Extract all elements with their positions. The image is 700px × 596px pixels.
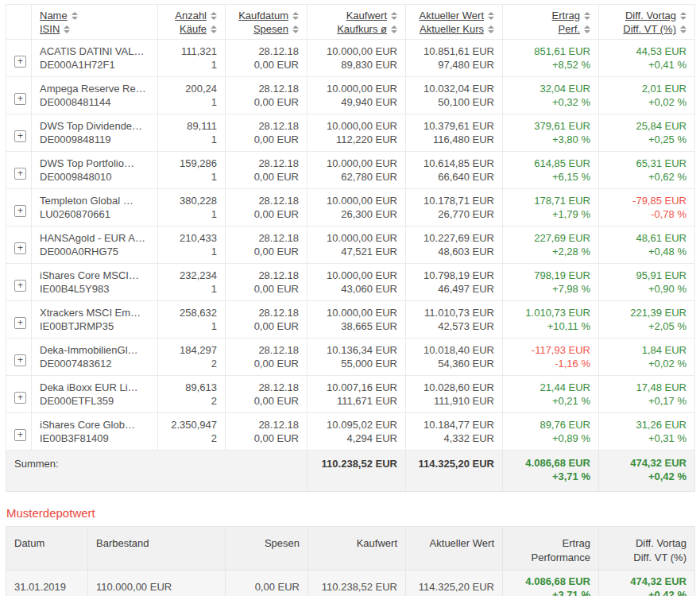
anzahl-value: 232,234 bbox=[166, 269, 217, 282]
sort-diff-vt-pct[interactable]: Diff. VT (%) bbox=[623, 22, 676, 36]
expand-row-button[interactable]: + bbox=[14, 93, 26, 105]
sort-arrows-icon[interactable] bbox=[584, 25, 590, 33]
name-cell: ACATIS DATINI VAL… DE000A1H72F1 bbox=[32, 40, 158, 77]
expand-row-button[interactable]: + bbox=[14, 354, 26, 366]
name-cell: DWS Top Dividende… DE0009848119 bbox=[32, 114, 158, 152]
aktueller-wert-value: 10.018,40 EUR bbox=[414, 343, 494, 357]
sort-arrows-icon[interactable] bbox=[488, 12, 494, 20]
diff-vortag-cell: 31,26 EUR +0,31 % bbox=[599, 413, 695, 451]
fund-name: ACATIS DATINI VAL… bbox=[40, 45, 149, 58]
sort-perf[interactable]: Perf. bbox=[559, 22, 580, 36]
ertrag-cell: 227,69 EUR +2,28 % bbox=[503, 226, 599, 264]
plus-icon: + bbox=[17, 205, 23, 216]
aktueller-kurs-value: 46,497 EUR bbox=[414, 282, 494, 296]
kaufdatum-cell: 28.12.18 0,00 EUR bbox=[226, 413, 307, 451]
expand-row-button[interactable]: + bbox=[14, 392, 26, 404]
expand-cell: + bbox=[6, 77, 32, 114]
sort-kaufwert[interactable]: Kaufwert bbox=[346, 9, 387, 22]
anzahl-value: 2.350,947 bbox=[166, 418, 217, 432]
sort-arrows-icon[interactable] bbox=[292, 25, 299, 33]
diff-vortag-cell: 95,91 EUR +0,90 % bbox=[599, 264, 695, 301]
totals-aktueller-wert: 114.325,20 EUR bbox=[406, 451, 503, 492]
sort-ertrag[interactable]: Ertrag bbox=[552, 9, 580, 22]
table-row: + DWS Top Portfolio… DE0009848010 159,28… bbox=[6, 152, 695, 189]
kaufdatum-value: 28.12.18 bbox=[234, 231, 299, 245]
sort-isin[interactable]: ISIN bbox=[40, 22, 60, 36]
expand-row-button[interactable]: + bbox=[14, 130, 26, 142]
table-row: + HANSAgold - EUR A… DE000A0RHG75 210,43… bbox=[6, 226, 695, 264]
name-cell: Deka-ImmobilienGl… DE0007483612 bbox=[32, 339, 158, 376]
expand-row-button[interactable]: + bbox=[14, 56, 26, 68]
sort-name[interactable]: Name bbox=[40, 9, 68, 22]
kaufdatum-value: 28.12.18 bbox=[234, 269, 299, 282]
kaufkurs-value: 62,780 EUR bbox=[315, 170, 397, 184]
sort-arrows-icon[interactable] bbox=[680, 25, 686, 33]
spesen-value: 0,00 EUR bbox=[234, 432, 299, 445]
sort-arrows-icon[interactable] bbox=[680, 12, 686, 20]
sort-kaeufe[interactable]: Käufe bbox=[180, 22, 207, 36]
kaeufe-value: 1 bbox=[166, 95, 217, 109]
perf-value: +0,21 % bbox=[511, 394, 590, 408]
expand-cell: + bbox=[6, 226, 32, 264]
sort-kaufkurs[interactable]: Kaufkurs ø bbox=[337, 22, 387, 36]
sort-arrows-icon[interactable] bbox=[211, 12, 217, 20]
kaufwert-cell: 10.000,00 EUR 89,830 EUR bbox=[307, 40, 406, 77]
column-header-ertrag-perf: Ertrag Perf. bbox=[503, 5, 599, 40]
aktueller-wert-cell: 114.325,20 EUR bbox=[406, 571, 503, 596]
expand-row-button[interactable]: + bbox=[14, 205, 26, 217]
name-cell: Templeton Global … LU0260870661 bbox=[32, 189, 158, 226]
fund-name: iShares Core MSCI… bbox=[40, 269, 149, 282]
expand-row-button[interactable]: + bbox=[14, 317, 26, 329]
sort-arrows-icon[interactable] bbox=[391, 12, 397, 20]
sort-arrows-icon[interactable] bbox=[64, 25, 70, 33]
diff-vortag-cell: 44,53 EUR +0,41 % bbox=[599, 40, 695, 77]
diff-vortag-value: 474,32 EUR bbox=[607, 575, 686, 588]
kaufwert-cell: 10.000,00 EUR 38,665 EUR bbox=[307, 301, 406, 339]
expand-row-button[interactable]: + bbox=[14, 242, 26, 254]
column-header-aktueller-wert-kurs: Aktueller Wert Aktueller Kurs bbox=[406, 5, 503, 40]
diff-vortag-cell: 65,31 EUR +0,62 % bbox=[599, 152, 695, 189]
diff-vt-value: +0,25 % bbox=[607, 133, 686, 146]
sort-arrows-icon[interactable] bbox=[488, 25, 494, 33]
ertrag-value: 21,44 EUR bbox=[511, 381, 590, 394]
expand-row-button[interactable]: + bbox=[14, 280, 26, 292]
diff-vortag-value: 31,26 EUR bbox=[607, 418, 686, 432]
diff-vortag-cell: 221,39 EUR +2,05 % bbox=[599, 301, 695, 339]
diff-vortag-value: 17,48 EUR bbox=[607, 381, 686, 394]
fund-isin: LU0260870661 bbox=[40, 207, 149, 221]
column-header-anzahl-kaeufe: Anzahl Käufe bbox=[158, 5, 226, 40]
sort-spesen[interactable]: Spesen bbox=[253, 22, 288, 36]
totals-row: Summen: 110.238,52 EUR 114.325,20 EUR 4.… bbox=[6, 451, 695, 492]
kaeufe-value: 2 bbox=[166, 394, 217, 408]
ertrag-value: 89,76 EUR bbox=[511, 418, 590, 432]
ertrag-cell: 32,04 EUR +0,32 % bbox=[503, 77, 599, 114]
sort-aktueller-wert[interactable]: Aktueller Wert bbox=[420, 9, 484, 22]
ertrag-value: 178,71 EUR bbox=[511, 194, 590, 207]
plus-icon: + bbox=[17, 93, 23, 104]
aktueller-wert-cell: 10.018,40 EUR 54,360 EUR bbox=[406, 339, 503, 376]
anzahl-value: 89,613 bbox=[166, 381, 217, 394]
sort-arrows-icon[interactable] bbox=[391, 25, 397, 33]
sort-kaufdatum[interactable]: Kaufdatum bbox=[238, 9, 288, 22]
name-cell: iShares Core Glob… IE00B3F81409 bbox=[32, 413, 158, 451]
kaufwert-value: 10.000,00 EUR bbox=[315, 306, 397, 319]
fund-isin: DE0009848119 bbox=[40, 133, 149, 146]
plus-icon: + bbox=[17, 168, 23, 179]
kaufdatum-cell: 28.12.18 0,00 EUR bbox=[226, 152, 307, 189]
plus-icon: + bbox=[17, 242, 23, 253]
expand-row-button[interactable]: + bbox=[14, 168, 26, 180]
sort-diff-vortag[interactable]: Diff. Vortag bbox=[625, 9, 676, 22]
sort-arrows-icon[interactable] bbox=[72, 12, 78, 20]
sort-arrows-icon[interactable] bbox=[584, 12, 590, 20]
anzahl-value: 89,111 bbox=[166, 119, 217, 133]
kaeufe-value: 2 bbox=[166, 357, 217, 370]
sort-arrows-icon[interactable] bbox=[211, 25, 217, 33]
kaufwert-value: 10.095,02 EUR bbox=[315, 418, 397, 432]
plus-icon: + bbox=[17, 56, 23, 67]
kaufwert-value: 10.007,16 EUR bbox=[315, 381, 397, 394]
expand-row-button[interactable]: + bbox=[14, 429, 26, 441]
sort-aktueller-kurs[interactable]: Aktueller Kurs bbox=[420, 22, 484, 36]
column-header-datum: Datum bbox=[6, 527, 88, 571]
sort-anzahl[interactable]: Anzahl bbox=[175, 9, 207, 22]
sort-arrows-icon[interactable] bbox=[292, 12, 299, 20]
